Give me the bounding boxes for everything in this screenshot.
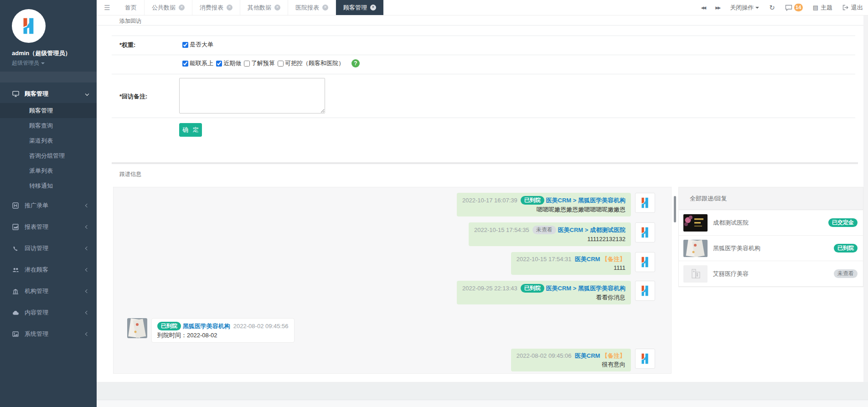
tab-close-icon[interactable]: × [179, 5, 185, 10]
chevron-left-icon [85, 311, 89, 314]
documents-photo [683, 240, 708, 257]
image-icon [12, 330, 19, 338]
callback-remark-textarea[interactable] [179, 78, 325, 113]
org-link[interactable]: 医美CRM > 黑狐医学美容机构 [546, 197, 625, 204]
confirm-button[interactable]: 确 定 [179, 123, 202, 137]
sidebar: admin（超级管理员） 超级管理员 顾客管理 顾客管理 顾客查询 渠道列表 咨… [0, 0, 97, 407]
sidebar-item-dispatch-list[interactable]: 派单列表 [0, 163, 97, 178]
tab-hospital-report[interactable]: 医院报表× [288, 0, 336, 15]
big-order-checkbox[interactable] [182, 42, 188, 48]
building-placeholder-icon [683, 265, 708, 283]
tab-close-icon[interactable]: × [227, 5, 232, 10]
divider [112, 118, 855, 118]
brand-h-logo-icon [638, 196, 652, 210]
reply-item-blackfox[interactable]: 黑狐医学美容机构 已到院 [679, 236, 863, 261]
status-badge: 未查看 [834, 269, 858, 278]
chevron-left-icon [85, 332, 89, 336]
sidebar-item-customer-manage[interactable]: 顾客管理 [0, 103, 97, 118]
tab-close-icon[interactable]: × [274, 5, 280, 10]
chat-scrollbar-thumb[interactable] [674, 196, 676, 222]
sidebar-group-label: 顾客管理 [25, 90, 86, 98]
sidebar-group-promo[interactable]: 推广录单 [0, 196, 97, 215]
sidebar-submenu-customer: 顾客管理 顾客查询 渠道列表 咨询分组管理 派单列表 转移通知 [0, 103, 97, 193]
message-row: 2022-10-17 16:07:39 已到院 医美CRM > 黑狐医学美容机构… [127, 193, 655, 216]
reply-item-name: 黑狐医学美容机构 [713, 244, 834, 252]
message-row: 2022-08-02 09:45:06 医美CRM 【备注】 很有意向 [127, 349, 655, 371]
chevron-down-icon [85, 92, 89, 96]
message-row: 2022-09-25 22:13:43 已到院 医美CRM > 黑狐医学美容机构… [127, 281, 655, 304]
sidebar-item-transfer-notice[interactable]: 转移通知 [0, 178, 97, 193]
reply-item-name: 艾丽医疗美容 [713, 270, 834, 278]
scroll-tabs-left-button[interactable]: ◀◀ [696, 0, 710, 15]
refresh-button[interactable]: ↻ [764, 0, 780, 15]
weight-field: 是否大单 [182, 41, 213, 49]
tab-other-data[interactable]: 其他数据× [240, 0, 288, 15]
page-gutter [97, 382, 868, 400]
avatar[interactable] [12, 9, 46, 43]
building-placeholder-thumbnail [683, 265, 708, 283]
org-link[interactable]: 医美CRM > 成都测试医院 [558, 227, 625, 233]
message-bubble[interactable]: 2022-10-15 17:54:35 未查看 医美CRM > 成都测试医院 1… [469, 222, 631, 246]
sidebar-group-callback[interactable]: 回访管理 [0, 239, 97, 258]
tab-close-icon[interactable]: × [370, 5, 376, 10]
chevron-left-icon [85, 268, 89, 272]
theme-button[interactable]: ▤主题 [808, 0, 837, 15]
sidebar-group-institution[interactable]: 机构管理 [0, 282, 97, 300]
message-count-badge: 14 [794, 4, 803, 11]
chart-icon [12, 223, 19, 231]
sidebar-group-customer[interactable]: 顾客管理 [0, 85, 97, 103]
messages-button[interactable]: 14 [780, 0, 808, 15]
reply-item-aili[interactable]: 艾丽医疗美容 未查看 [679, 261, 863, 287]
reachable-checkbox[interactable] [182, 61, 188, 67]
sidebar-item-consult-group[interactable]: 咨询分组管理 [0, 148, 97, 163]
tab-public-data[interactable]: 公共数据× [145, 0, 192, 15]
flags-field: 能联系上 近期做 了解预算 可把控（顾客和医院） ? [182, 59, 360, 67]
tab-home[interactable]: 首页 [118, 0, 145, 15]
sidebar-group-reports[interactable]: 报表管理 [0, 218, 97, 236]
controllable-checkbox[interactable] [278, 61, 284, 67]
reply-item-chengdu[interactable]: 成都测试医院 已交定金 [679, 210, 863, 236]
tab-customer-manage[interactable]: 顾客管理× [336, 0, 383, 15]
chevron-left-icon [85, 289, 89, 293]
sidebar-group-system[interactable]: 系统管理 [0, 325, 97, 343]
logout-button[interactable]: 退出 [837, 0, 868, 15]
hospital-promo-thumbnail [683, 214, 708, 232]
scroll-tabs-right-button[interactable]: ▶▶ [710, 0, 725, 15]
reply-panel: 全部跟进/回复 成都测试医院 已交定金 黑狐医学美容机构 已到院 艾丽 [678, 187, 863, 287]
double-right-arrow-icon: ▶▶ [715, 5, 720, 10]
message-bubble[interactable]: 2022-10-17 16:07:39 已到院 医美CRM > 黑狐医学美容机构… [457, 193, 631, 216]
tab-consume-report[interactable]: 消费报表× [192, 0, 240, 15]
divider [112, 36, 855, 36]
close-operations-dropdown[interactable]: 关闭操作 [725, 0, 764, 15]
org-link[interactable]: 医美CRM > 黑狐医学美容机构 [546, 285, 625, 292]
brand-h-logo-icon [638, 226, 652, 239]
message-bubble[interactable]: 2022-09-25 22:13:43 已到院 医美CRM > 黑狐医学美容机构… [457, 281, 631, 304]
recent-do-checkbox[interactable] [216, 61, 222, 67]
status-badge: 已交定金 [828, 218, 858, 227]
help-icon[interactable]: ? [351, 59, 360, 67]
org-link[interactable]: 黑狐医学美容机构 [183, 323, 230, 330]
sidebar-group-content[interactable]: 内容管理 [0, 304, 97, 322]
brand-h-logo-icon [18, 15, 39, 36]
sidebar-item-channel-list[interactable]: 渠道列表 [0, 133, 97, 148]
brand-h-logo-icon [638, 284, 652, 298]
message-bubble[interactable]: 2022-10-15 17:54:31 医美CRM 【备注】 1111 [511, 252, 631, 275]
h-square-icon [12, 202, 19, 209]
monitor-icon [12, 90, 19, 98]
user-role-dropdown[interactable]: 超级管理员 [12, 59, 97, 67]
reply-panel-header: 全部跟进/回复 [679, 187, 863, 210]
know-budget-checkbox[interactable] [244, 61, 250, 67]
org-link[interactable]: 医美CRM [575, 352, 600, 359]
followup-message-list[interactable]: 2022-10-17 16:07:39 已到院 医美CRM > 黑狐医学美容机构… [113, 187, 672, 374]
org-link[interactable]: 医美CRM [575, 256, 600, 263]
chevron-left-icon [85, 225, 89, 229]
tab-close-icon[interactable]: × [322, 5, 328, 10]
message-bubble[interactable]: 2022-08-02 09:45:06 医美CRM 【备注】 很有意向 [511, 349, 631, 371]
menu-toggle-button[interactable]: ☰ [97, 0, 118, 15]
sidebar-group-potential[interactable]: 潜在顾客 [0, 261, 97, 279]
message-bubble[interactable]: 已到院 黑狐医学美容机构 2022-08-02 09:45:56 到院时间：20… [151, 318, 294, 343]
sidebar-item-customer-query[interactable]: 顾客查询 [0, 118, 97, 133]
status-badge: 已到院 [834, 244, 858, 252]
brand-h-logo-icon [638, 255, 652, 269]
followup-title: 跟进信息 [119, 170, 141, 178]
